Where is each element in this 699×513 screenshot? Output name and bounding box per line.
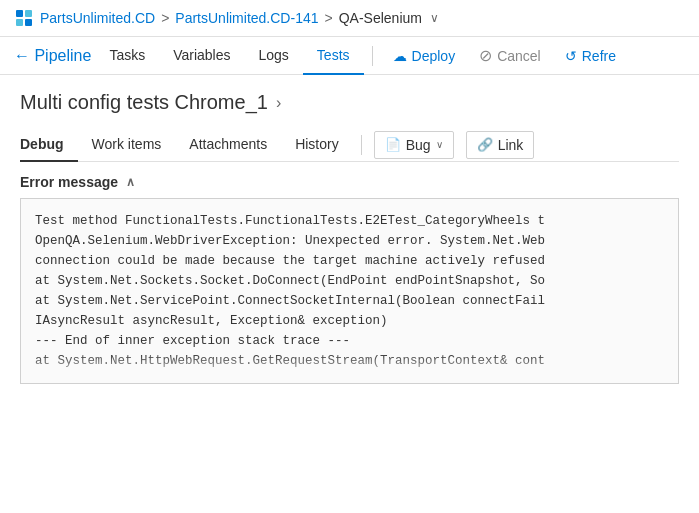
pipeline-icon xyxy=(14,8,34,28)
error-fade-overlay xyxy=(21,353,678,383)
cancel-icon: ⊘ xyxy=(479,46,492,65)
error-line-1: OpenQA.Selenium.WebDriverException: Unex… xyxy=(35,231,664,251)
nav-cancel-button[interactable]: ⊘ Cancel xyxy=(467,40,553,71)
error-line-4: at System.Net.ServicePoint.ConnectSocket… xyxy=(35,291,664,311)
breadcrumb-dropdown-icon[interactable]: ∨ xyxy=(430,11,439,25)
error-line-2: connection could be made because the tar… xyxy=(35,251,664,271)
svg-rect-2 xyxy=(16,19,23,26)
breadcrumb-item-current: QA-Selenium xyxy=(339,10,422,26)
error-line-5: IAsyncResult asyncResult, Exception& exc… xyxy=(35,311,664,331)
error-section: Error message ∧ Test method FunctionalTe… xyxy=(20,174,679,384)
bug-dropdown-icon: ∨ xyxy=(436,139,443,150)
sub-tab-separator xyxy=(361,135,362,155)
bug-dropdown-button[interactable]: 📄 Bug ∨ xyxy=(374,131,454,159)
nav-refresh-button[interactable]: ↺ Refre xyxy=(553,42,628,70)
sub-tab-workitems[interactable]: Work items xyxy=(78,128,176,162)
page-title: Multi config tests Chrome_1 xyxy=(20,91,268,114)
breadcrumb-sep-1: > xyxy=(325,10,333,26)
nav-bar: ← Pipeline Tasks Variables Logs Tests ☁ … xyxy=(0,37,699,75)
svg-rect-3 xyxy=(25,19,32,26)
breadcrumb-item-1[interactable]: PartsUnlimited.CD-141 xyxy=(175,10,318,26)
svg-rect-0 xyxy=(16,10,23,17)
nav-separator xyxy=(372,46,373,66)
error-line-6: --- End of inner exception stack trace -… xyxy=(35,331,664,351)
page-title-row: Multi config tests Chrome_1 › xyxy=(20,91,679,114)
sub-tab-history[interactable]: History xyxy=(281,128,353,162)
nav-item-variables[interactable]: Variables xyxy=(159,37,244,75)
error-line-3: at System.Net.Sockets.Socket.DoConnect(E… xyxy=(35,271,664,291)
breadcrumb-bar: PartsUnlimited.CD > PartsUnlimited.CD-14… xyxy=(0,0,699,37)
nav-cancel-label: Cancel xyxy=(497,48,541,64)
nav-item-tests[interactable]: Tests xyxy=(303,37,364,75)
title-expand-icon[interactable]: › xyxy=(276,94,281,112)
sub-tabs: Debug Work items Attachments History 📄 B… xyxy=(20,128,679,162)
bug-button-label: Bug xyxy=(406,137,431,153)
link-button-label: Link xyxy=(498,137,524,153)
svg-rect-1 xyxy=(25,10,32,17)
breadcrumb-sep-0: > xyxy=(161,10,169,26)
nav-deploy-label: Deploy xyxy=(412,48,456,64)
file-icon: 📄 xyxy=(385,137,401,152)
nav-item-logs[interactable]: Logs xyxy=(245,37,303,75)
sub-tab-debug[interactable]: Debug xyxy=(20,128,78,162)
refresh-icon: ↺ xyxy=(565,48,577,64)
sub-tab-attachments[interactable]: Attachments xyxy=(175,128,281,162)
breadcrumb-item-0[interactable]: PartsUnlimited.CD xyxy=(40,10,155,26)
nav-refresh-label: Refre xyxy=(582,48,616,64)
sub-tab-actions: 📄 Bug ∨ 🔗 Link xyxy=(374,131,535,159)
cloud-icon: ☁ xyxy=(393,48,407,64)
link-icon: 🔗 xyxy=(477,137,493,152)
main-content: Multi config tests Chrome_1 › Debug Work… xyxy=(0,75,699,400)
nav-deploy-button[interactable]: ☁ Deploy xyxy=(381,42,468,70)
nav-back-icon[interactable]: ← Pipeline xyxy=(14,47,91,65)
error-header[interactable]: Error message ∧ xyxy=(20,174,679,190)
error-header-label: Error message xyxy=(20,174,118,190)
nav-item-tasks[interactable]: Tasks xyxy=(95,37,159,75)
link-button[interactable]: 🔗 Link xyxy=(466,131,535,159)
error-line-0: Test method FunctionalTests.FunctionalTe… xyxy=(35,211,664,231)
error-body: Test method FunctionalTests.FunctionalTe… xyxy=(20,198,679,384)
collapse-icon[interactable]: ∧ xyxy=(126,175,135,189)
